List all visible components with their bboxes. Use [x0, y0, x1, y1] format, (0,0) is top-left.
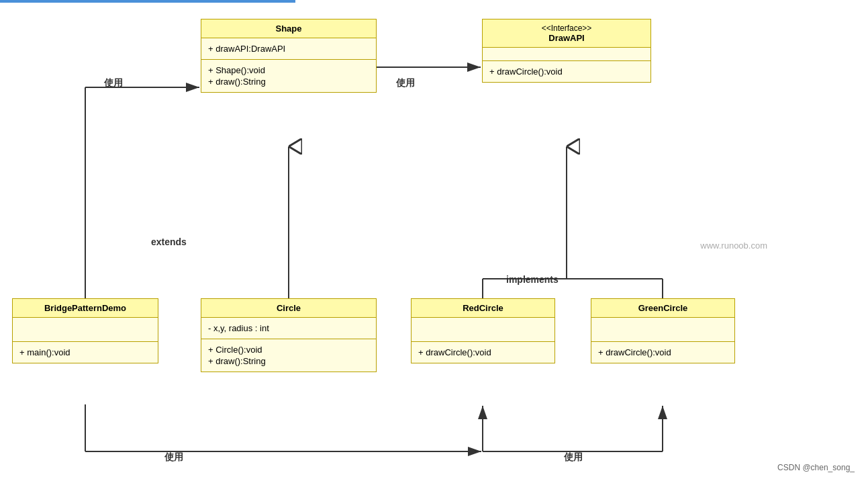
circle-methods: + Circle():void + draw():String: [201, 339, 376, 372]
greencircle-header: GreenCircle: [591, 299, 734, 318]
bridge-methods: + main():void: [13, 342, 158, 363]
shape-class-box: Shape + drawAPI:DrawAPI + Shape():void +…: [201, 19, 377, 93]
bridge-header: BridgePatternDemo: [13, 299, 158, 318]
label-implements: implements: [506, 274, 559, 285]
drawapi-stereotype: <<Interface>>: [489, 24, 644, 33]
footer-brand: CSDN @chen_song_: [777, 463, 855, 472]
greencircle-empty-section: [591, 318, 734, 342]
shape-header: Shape: [201, 19, 376, 38]
redcircle-empty-section: [412, 318, 554, 342]
drawapi-title: DrawAPI: [548, 33, 584, 43]
shape-attr-1: + drawAPI:DrawAPI: [208, 44, 369, 54]
circle-method-1: + Circle():void: [208, 345, 369, 355]
drawapi-methods: + drawCircle():void: [483, 61, 650, 82]
circle-method-2: + draw():String: [208, 356, 369, 366]
redcircle-method-1: + drawCircle():void: [418, 347, 548, 357]
circle-header: Circle: [201, 299, 376, 318]
diagram-container: Shape + drawAPI:DrawAPI + Shape():void +…: [0, 0, 868, 479]
redcircle-header: RedCircle: [412, 299, 554, 318]
redcircle-methods: + drawCircle():void: [412, 342, 554, 363]
shape-title: Shape: [275, 24, 301, 34]
watermark: www.runoob.com: [700, 241, 767, 251]
shape-method-2: + draw():String: [208, 77, 369, 87]
drawapi-header: <<Interface>> DrawAPI: [483, 19, 650, 48]
circle-title: Circle: [277, 303, 301, 313]
drawapi-method-1: + drawCircle():void: [489, 67, 644, 77]
label-bottom-uses-1: 使用: [164, 451, 183, 464]
circle-attr-1: - x,y, radius : int: [208, 323, 369, 333]
label-shape-uses: 使用: [104, 77, 123, 89]
bridge-method-1: + main():void: [19, 347, 151, 357]
circle-class-box: Circle - x,y, radius : int + Circle():vo…: [201, 298, 377, 372]
top-progress-bar: [0, 0, 295, 3]
circle-attributes: - x,y, radius : int: [201, 318, 376, 339]
label-extends: extends: [151, 236, 187, 247]
bridge-pattern-demo-box: BridgePatternDemo + main():void: [12, 298, 158, 363]
drawapi-empty-section: [483, 48, 650, 61]
greencircle-methods: + drawCircle():void: [591, 342, 734, 363]
greencircle-class-box: GreenCircle + drawCircle():void: [591, 298, 735, 363]
drawapi-class-box: <<Interface>> DrawAPI + drawCircle():voi…: [482, 19, 651, 83]
greencircle-method-1: + drawCircle():void: [598, 347, 728, 357]
shape-methods: + Shape():void + draw():String: [201, 60, 376, 92]
shape-attributes: + drawAPI:DrawAPI: [201, 38, 376, 60]
bridge-empty-section: [13, 318, 158, 342]
label-bottom-uses-2: 使用: [564, 451, 583, 464]
redcircle-title: RedCircle: [463, 303, 503, 313]
shape-method-1: + Shape():void: [208, 65, 369, 75]
label-drawapi-uses: 使用: [396, 77, 415, 89]
greencircle-title: GreenCircle: [638, 303, 688, 313]
arrows-svg: [0, 0, 868, 479]
bridge-title: BridgePatternDemo: [44, 303, 126, 313]
redcircle-class-box: RedCircle + drawCircle():void: [411, 298, 555, 363]
